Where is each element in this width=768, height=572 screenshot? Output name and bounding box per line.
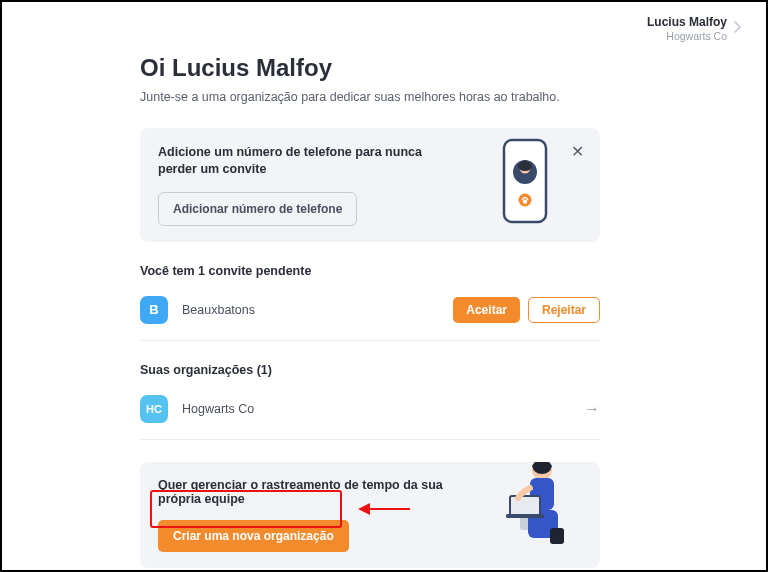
page-subtitle: Junte-se a uma organização para dedicar … xyxy=(140,90,600,104)
pending-invites-title: Você tem 1 convite pendente xyxy=(140,264,600,278)
svg-rect-11 xyxy=(550,528,564,544)
svg-rect-9 xyxy=(510,496,540,516)
add-phone-button[interactable]: Adicionar número de telefone xyxy=(158,192,357,226)
reject-button[interactable]: Rejeitar xyxy=(528,297,600,323)
invite-row: B Beauxbatons Aceitar Rejeitar xyxy=(140,292,600,341)
your-orgs-title: Suas organizações (1) xyxy=(140,363,600,377)
create-org-button[interactable]: Criar uma nova organização xyxy=(158,520,349,552)
create-org-title: Quer gerenciar o rastreamento de tempo d… xyxy=(158,478,478,506)
org-avatar: B xyxy=(140,296,168,324)
page-frame: Lucius Malfoy Hogwarts Co Oi Lucius Malf… xyxy=(0,0,768,572)
invite-org-name: Beauxbatons xyxy=(182,303,453,317)
create-org-banner: Quer gerenciar o rastreamento de tempo d… xyxy=(140,462,600,568)
user-header-text: Lucius Malfoy Hogwarts Co xyxy=(647,16,727,42)
user-switcher[interactable]: Lucius Malfoy Hogwarts Co xyxy=(647,16,742,42)
phone-illustration-icon xyxy=(498,138,552,228)
page-title: Oi Lucius Malfoy xyxy=(140,54,600,82)
svg-rect-10 xyxy=(506,514,544,518)
svg-point-4 xyxy=(523,199,527,203)
person-laptop-illustration-icon xyxy=(470,462,590,552)
phone-banner-title: Adicione um número de telefone para nunc… xyxy=(158,144,448,178)
org-avatar: HC xyxy=(140,395,168,423)
arrow-right-icon: → xyxy=(584,400,600,418)
close-icon[interactable]: ✕ xyxy=(571,142,584,161)
phone-banner: Adicione um número de telefone para nunc… xyxy=(140,128,600,242)
org-row[interactable]: HC Hogwarts Co → xyxy=(140,391,600,440)
chevron-right-icon xyxy=(733,20,742,38)
header-user-name: Lucius Malfoy xyxy=(647,16,727,30)
accept-button[interactable]: Aceitar xyxy=(453,297,520,323)
header-company: Hogwarts Co xyxy=(647,30,727,42)
org-name: Hogwarts Co xyxy=(182,402,584,416)
